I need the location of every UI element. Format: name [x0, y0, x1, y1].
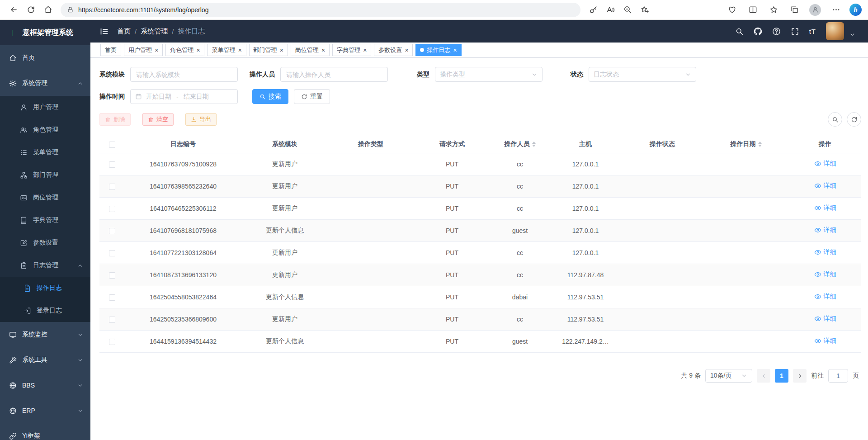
tag-close-icon[interactable]: × [453, 47, 457, 53]
avatar-caret-down-icon[interactable] [849, 32, 855, 38]
reset-button[interactable]: 重置 [294, 89, 330, 104]
tag-item[interactable]: 字典管理 × [332, 44, 371, 56]
detail-link[interactable]: 详细 [814, 315, 836, 323]
type-select[interactable]: 操作类型 [435, 67, 542, 82]
tag-item[interactable]: 首页 [100, 44, 121, 56]
sidebar-item-log-mgmt[interactable]: 日志管理 [0, 254, 90, 277]
tag-close-icon[interactable]: × [196, 47, 200, 53]
sidebar-logo[interactable]: 意框架管理系统 [0, 20, 90, 45]
password-key-button[interactable] [585, 2, 601, 18]
row-checkbox[interactable] [109, 250, 115, 256]
col-date-sortable[interactable]: 操作日期 [703, 135, 789, 153]
export-button[interactable]: 导出 [185, 113, 217, 126]
goto-page-input[interactable] [828, 369, 848, 383]
sidebar-item-tools[interactable]: 系统工具 [0, 347, 90, 373]
page-number-1[interactable]: 1 [775, 369, 788, 383]
fullscreen-button[interactable] [791, 27, 799, 36]
breadcrumb-system[interactable]: 系统管理 [141, 27, 168, 36]
row-checkbox[interactable] [109, 228, 115, 234]
breadcrumb-home[interactable]: 首页 [117, 27, 131, 36]
read-aloud-button[interactable] [602, 2, 618, 18]
browser-essentials-button[interactable] [725, 3, 739, 17]
status-select[interactable]: 日志状态 [589, 67, 696, 82]
page-size-select[interactable]: 10条/页 [705, 369, 752, 383]
browser-settings-button[interactable] [829, 3, 843, 17]
add-favorite-button[interactable] [637, 2, 653, 18]
browser-refresh-button[interactable] [23, 2, 39, 18]
sidebar-item-dept-mgmt[interactable]: 部门管理 [0, 164, 90, 186]
toggle-search-button[interactable] [828, 112, 842, 127]
sidebar-item-config[interactable]: 参数设置 [0, 232, 90, 254]
browser-home-button[interactable] [40, 2, 56, 18]
row-checkbox[interactable] [109, 272, 115, 279]
clear-button[interactable]: 清空 [142, 113, 174, 126]
row-checkbox[interactable] [109, 184, 115, 190]
sidebar-item-bbs[interactable]: BBS [0, 373, 90, 398]
operator-input[interactable] [286, 71, 382, 78]
favorites-button[interactable] [766, 3, 781, 17]
user-avatar[interactable] [826, 22, 844, 40]
tag-item[interactable]: 参数设置 × [374, 44, 413, 56]
tag-close-icon[interactable]: × [321, 47, 325, 53]
tag-item[interactable]: 角色管理 × [165, 44, 204, 56]
sidebar-item-home[interactable]: 首页 [0, 45, 90, 71]
detail-link[interactable]: 详细 [814, 337, 836, 345]
sort-carets-icon[interactable] [758, 142, 762, 147]
tag-item[interactable]: 菜单管理 × [207, 44, 246, 56]
sidebar-item-role-mgmt[interactable]: 角色管理 [0, 118, 90, 141]
tag-close-icon[interactable]: × [155, 47, 158, 53]
row-checkbox[interactable] [109, 317, 115, 323]
help-button[interactable] [772, 27, 781, 36]
github-button[interactable] [754, 27, 762, 36]
row-checkbox[interactable] [109, 161, 115, 168]
sidebar-collapse-button[interactable] [99, 27, 109, 36]
sort-carets-icon[interactable] [532, 142, 536, 147]
sidebar-item-system[interactable]: 系统管理 [0, 71, 90, 96]
col-operator-sortable[interactable]: 操作人员 [491, 135, 549, 153]
sidebar-item-loginlog[interactable]: 登录日志 [0, 299, 90, 322]
prev-page-button[interactable] [757, 369, 770, 383]
tag-item[interactable]: 用户管理 × [124, 44, 163, 56]
detail-link[interactable]: 详细 [814, 204, 836, 212]
tag-close-icon[interactable]: × [405, 47, 408, 53]
module-input[interactable] [136, 71, 232, 78]
sidebar-item-monitor[interactable]: 系统监控 [0, 322, 90, 347]
detail-link[interactable]: 详细 [814, 182, 836, 190]
tag-item[interactable]: 操作日志 × [415, 44, 461, 56]
detail-link[interactable]: 详细 [814, 226, 836, 234]
sidebar-item-erp[interactable]: ERP [0, 398, 90, 423]
zoom-out-button[interactable] [619, 2, 636, 18]
tag-close-icon[interactable]: × [280, 47, 283, 53]
row-checkbox[interactable] [109, 206, 115, 212]
tag-item[interactable]: 岗位管理 × [291, 44, 330, 56]
split-screen-button[interactable] [745, 3, 760, 17]
refresh-table-button[interactable] [847, 112, 861, 127]
row-checkbox[interactable] [109, 294, 115, 301]
tag-item[interactable]: 部门管理 × [249, 44, 288, 56]
collections-button[interactable] [787, 3, 802, 17]
detail-link[interactable]: 详细 [814, 248, 836, 256]
sidebar-item-dict-mgmt[interactable]: 字典管理 [0, 209, 90, 232]
address-bar[interactable]: https://ccnetcore.com:1101/system/log/op… [61, 3, 580, 17]
search-button[interactable]: 搜索 [252, 89, 288, 104]
url-text[interactable]: https://ccnetcore.com:1101/system/log/op… [78, 6, 208, 14]
detail-link[interactable]: 详细 [814, 270, 836, 279]
delete-button[interactable]: 删除 [99, 113, 131, 126]
tag-close-icon[interactable]: × [238, 47, 241, 53]
sidebar-item-user-mgmt[interactable]: 用户管理 [0, 96, 90, 118]
sidebar-item-menu-mgmt[interactable]: 菜单管理 [0, 141, 90, 164]
copilot-button[interactable]: b [849, 4, 862, 16]
sidebar-item-post-mgmt[interactable]: 岗位管理 [0, 186, 90, 209]
font-size-button[interactable]: tT [809, 28, 816, 35]
sidebar-item-yi-framework[interactable]: Yi框架 [0, 423, 90, 440]
detail-link[interactable]: 详细 [814, 293, 836, 301]
row-checkbox[interactable] [109, 339, 115, 345]
header-search-button[interactable] [735, 27, 744, 36]
detail-link[interactable]: 详细 [814, 160, 836, 168]
browser-back-button[interactable] [5, 2, 22, 18]
select-all-checkbox[interactable] [109, 142, 115, 148]
next-page-button[interactable] [793, 369, 807, 383]
sidebar-item-operlog[interactable]: 操作日志 [0, 277, 90, 299]
date-range-picker[interactable]: 开始日期 - 结束日期 [130, 89, 238, 104]
browser-profile-button[interactable] [808, 3, 822, 17]
